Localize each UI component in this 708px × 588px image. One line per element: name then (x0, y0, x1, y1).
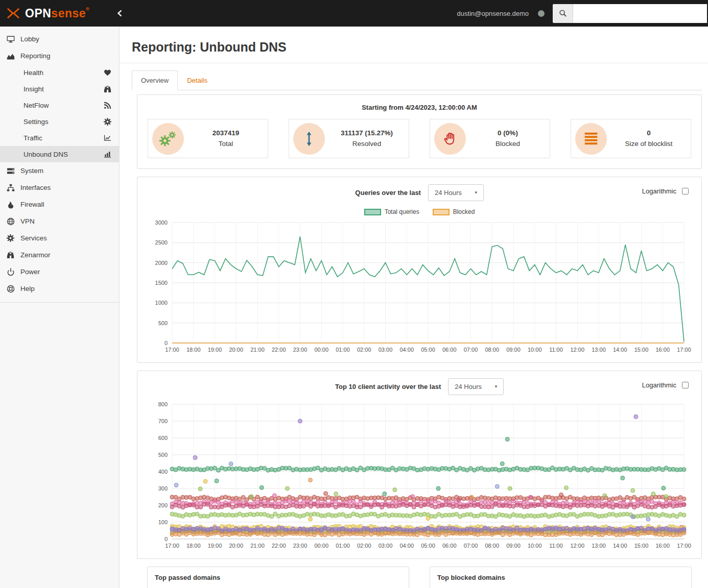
top-passed-domains-title: Top passed domains (148, 567, 409, 588)
sidebar-item-label: NetFlow (23, 102, 49, 109)
sidebar-item-firewall[interactable]: Firewall (0, 196, 119, 213)
queries-chart-header: Queries over the last 24 Hours ▼ Logarit… (137, 177, 701, 203)
svg-text:12:00: 12:00 (570, 543, 584, 549)
queries-logarithmic-checkbox[interactable] (682, 188, 689, 194)
svg-text:2500: 2500 (155, 239, 168, 246)
svg-text:20:00: 20:00 (229, 347, 243, 353)
page-header: Reporting: Unbound DNS (120, 27, 708, 63)
main-content: Reporting: Unbound DNS Overview Details … (120, 27, 708, 588)
sidebar-collapse-button[interactable] (113, 7, 126, 20)
globe-icon (6, 217, 15, 226)
logarithmic-label: Logarithmic (642, 187, 676, 195)
sidebar-item-settings[interactable]: Settings (0, 113, 119, 130)
tab-details[interactable]: Details (178, 70, 217, 90)
sidebar-item-label: Services (20, 234, 47, 242)
search-button[interactable] (553, 4, 573, 23)
svg-text:02:00: 02:00 (357, 347, 371, 353)
sidebar-item-lobby[interactable]: Lobby (0, 31, 119, 47)
sidebar-item-system[interactable]: System (0, 162, 119, 179)
queries-range-dropdown[interactable]: 24 Hours ▼ (428, 184, 484, 201)
sidebar-item-services[interactable]: Services (0, 230, 119, 247)
area-chart-icon (6, 52, 15, 60)
brand-logo[interactable]: OPNsense® (0, 7, 113, 20)
queries-chart-legend: Total queries Blocked (137, 203, 701, 215)
svg-text:06:00: 06:00 (442, 347, 457, 353)
sidebar-item-insight[interactable]: Insight (0, 81, 119, 97)
clients-range-dropdown[interactable]: 24 Hours ▼ (448, 378, 504, 395)
svg-text:17:00: 17:00 (677, 347, 691, 353)
sidebar-item-reporting[interactable]: Reporting (0, 47, 119, 64)
svg-text:21:00: 21:00 (250, 347, 265, 353)
svg-text:600: 600 (158, 435, 168, 441)
svg-text:10:00: 10:00 (528, 347, 542, 353)
stat-card-body: 0 Size of blocklist (607, 128, 691, 150)
main-nav: Lobby Reporting Health In (0, 27, 119, 303)
svg-text:04:00: 04:00 (399, 543, 414, 549)
svg-text:17:00: 17:00 (165, 347, 179, 353)
tab-overview[interactable]: Overview (132, 70, 178, 90)
svg-text:00:00: 00:00 (314, 543, 328, 549)
rss-icon (103, 101, 112, 110)
sidebar-item-power[interactable]: Power (0, 263, 119, 280)
sidebar-item-label: Firewall (20, 201, 44, 208)
svg-text:2000: 2000 (155, 260, 168, 266)
search-input[interactable] (573, 4, 707, 23)
sidebar-item-label: Reporting (20, 52, 51, 60)
svg-text:14:00: 14:00 (613, 543, 627, 549)
heart-icon (103, 68, 112, 77)
clients-chart-title: Top 10 client activity over the last (335, 383, 441, 390)
opnsense-mark-icon (6, 8, 20, 19)
svg-text:19:00: 19:00 (208, 543, 222, 549)
sidebar-item-interfaces[interactable]: Interfaces (0, 179, 119, 196)
svg-text:04:00: 04:00 (399, 347, 414, 353)
svg-text:19:00: 19:00 (208, 347, 222, 353)
svg-text:13:00: 13:00 (592, 347, 606, 353)
sidebar-item-label: System (20, 167, 43, 175)
line-chart-icon (103, 134, 112, 142)
stat-icon-circle (575, 123, 607, 155)
svg-text:1500: 1500 (155, 280, 168, 286)
chevron-left-icon (116, 10, 123, 17)
stat-label: Blocked (466, 139, 550, 150)
server-icon (6, 166, 15, 175)
sidebar-item-help[interactable]: Help (0, 280, 119, 297)
sidebar-item-label: VPN (20, 217, 35, 225)
svg-text:11:00: 11:00 (549, 543, 563, 549)
svg-text:07:00: 07:00 (464, 543, 478, 549)
svg-text:17:00: 17:00 (677, 543, 691, 549)
sidebar-item-health[interactable]: Health (0, 64, 119, 81)
sidebar-item-unbound-dns[interactable]: Unbound DNS (0, 146, 119, 162)
stat-label: Total (184, 139, 268, 150)
binoculars-icon (103, 85, 112, 93)
status-indicator-dot (538, 10, 545, 17)
sidebar-item-zenarmor[interactable]: Zenarmor (0, 247, 119, 263)
svg-text:09:00: 09:00 (506, 347, 521, 353)
fire-icon (6, 200, 15, 209)
stats-heading: Starting from 4/24/2023, 12:00:00 AM (137, 95, 701, 119)
sidebar-item-vpn[interactable]: VPN (0, 213, 119, 230)
domains-row: Top passed domains Top blocked domains (147, 567, 692, 588)
arrows-vertical-icon (305, 131, 313, 146)
stat-card-body: 0 (0%) Blocked (466, 128, 550, 150)
power-icon (6, 267, 15, 276)
top-blocked-domains-panel: Top blocked domains (430, 567, 692, 588)
svg-text:18:00: 18:00 (186, 347, 201, 353)
sidebar-item-label: Health (23, 69, 43, 77)
sidebar-item-label: Unbound DNS (23, 151, 68, 158)
search-icon (559, 9, 567, 17)
svg-text:22:00: 22:00 (272, 347, 286, 353)
stat-value: 2037419 (184, 128, 268, 139)
stat-icon-circle (293, 123, 325, 155)
svg-text:13:00: 13:00 (592, 543, 606, 549)
legend-label: Total queries (385, 208, 419, 215)
sidebar-item-label: Zenarmor (20, 251, 51, 259)
queries-log-toggle: Logarithmic (642, 186, 690, 196)
queries-line-chart: 05001000150020002500300017:0018:0019:002… (143, 218, 696, 357)
legend-item-total-queries: Total queries (364, 208, 419, 215)
svg-text:100: 100 (158, 519, 168, 525)
clients-logarithmic-checkbox[interactable] (682, 382, 689, 388)
sidebar-item-traffic[interactable]: Traffic (0, 130, 119, 146)
svg-text:15:00: 15:00 (634, 347, 649, 353)
top-blocked-domains-title: Top blocked domains (430, 567, 691, 588)
sidebar-item-netflow[interactable]: NetFlow (0, 97, 119, 113)
